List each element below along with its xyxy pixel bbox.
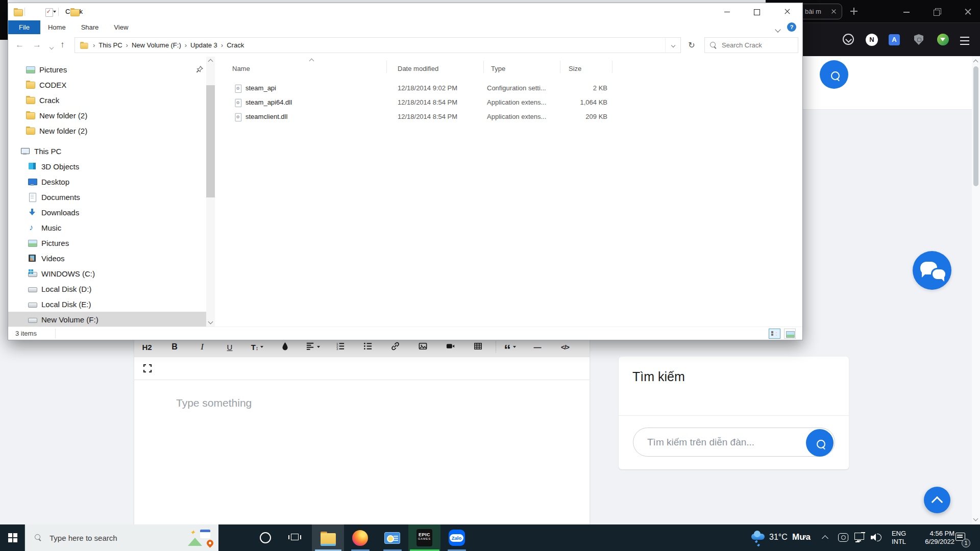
- sidebar-item-downloads[interactable]: Downloads: [8, 205, 206, 220]
- volume-icon[interactable]: [871, 532, 883, 542]
- maximize-button[interactable]: [742, 3, 771, 20]
- column-separator[interactable]: [560, 61, 560, 73]
- column-separator[interactable]: [612, 61, 612, 73]
- address-bar[interactable]: ›This PC›New Volume (F:)›Update 3›Crack: [75, 37, 681, 53]
- forward-icon[interactable]: →: [33, 40, 41, 50]
- editor-horizontal-rule-button[interactable]: —: [530, 339, 545, 355]
- taskbar-app-zalo[interactable]: Zalo: [440, 524, 473, 551]
- translate-icon[interactable]: [889, 34, 900, 45]
- sidebar-item-windows-c[interactable]: WINDOWS (C:): [8, 266, 206, 281]
- column-header-size[interactable]: Size: [569, 65, 581, 72]
- refresh-icon[interactable]: ↻: [683, 37, 700, 53]
- meet-now-icon[interactable]: [838, 533, 848, 542]
- address-dropdown-icon[interactable]: [665, 38, 680, 53]
- task-view-icon[interactable]: [291, 534, 299, 540]
- sidebar-item-videos[interactable]: Videos: [8, 251, 206, 266]
- menu-share[interactable]: Share: [74, 20, 107, 34]
- minimize-button[interactable]: [713, 3, 741, 20]
- menu-home[interactable]: Home: [40, 20, 74, 34]
- thumbnails-view-button[interactable]: [784, 329, 796, 339]
- sidebar-item-new-folder-2[interactable]: New folder (2): [8, 108, 206, 123]
- taskbar-app-firefox[interactable]: [344, 524, 376, 551]
- browser-minimize-button[interactable]: [899, 7, 915, 17]
- scrollbar-thumb[interactable]: [973, 66, 978, 186]
- weather-temp[interactable]: 31°C: [769, 533, 788, 542]
- sidebar-item-codex[interactable]: CODEX: [8, 77, 206, 92]
- account-icon[interactable]: [866, 34, 878, 46]
- sidebar-item-documents[interactable]: Documents: [8, 189, 206, 205]
- column-header-date-modified[interactable]: Date modified: [398, 65, 438, 72]
- editor-video-button[interactable]: [443, 339, 458, 355]
- editor-table-button[interactable]: [470, 339, 485, 355]
- editor-text-size-button[interactable]: T↕: [250, 339, 265, 355]
- sidebar-item-pictures[interactable]: Pictures: [8, 62, 206, 77]
- clock[interactable]: 4:56 PM 6/29/2022: [915, 530, 954, 546]
- details-view-button[interactable]: [769, 329, 780, 339]
- browser-close-button[interactable]: [961, 7, 976, 17]
- sidebar-item-desktop[interactable]: Desktop: [8, 174, 206, 189]
- taskbar-search[interactable]: ✦: [24, 524, 218, 551]
- back-icon[interactable]: ←: [15, 40, 24, 50]
- sidebar-item-music[interactable]: Music: [8, 220, 206, 235]
- editor-ordered-list-button[interactable]: 123: [332, 339, 348, 355]
- editor-text-color-button[interactable]: [277, 339, 292, 355]
- editor-link-button[interactable]: [387, 339, 403, 355]
- scroll-down-icon[interactable]: [208, 319, 213, 324]
- table-row[interactable]: steam_api12/18/2014 9:02 PMConfiguration…: [215, 81, 802, 95]
- explorer-search-input[interactable]: [722, 41, 788, 49]
- start-button[interactable]: [8, 533, 12, 537]
- sidebar-item-pictures[interactable]: Pictures: [8, 235, 206, 251]
- recent-locations-icon[interactable]: [50, 43, 53, 51]
- sidebar-item-local-disk-e[interactable]: Local Disk (E:): [8, 296, 206, 312]
- editor-unordered-list-button[interactable]: [360, 339, 375, 355]
- search-highlights-icon[interactable]: ✦: [187, 529, 214, 547]
- table-row[interactable]: steamclient.dll12/18/2014 8:54 PMApplica…: [215, 110, 802, 124]
- editor-underline-button[interactable]: U: [222, 339, 237, 355]
- taskbar-app-file-explorer[interactable]: [312, 524, 344, 551]
- breadcrumb-item[interactable]: New Volume (F:): [132, 41, 181, 49]
- taskbar-search-input[interactable]: [50, 534, 162, 542]
- sidebar-item-crack[interactable]: Crack: [8, 92, 206, 108]
- browser-restore-button[interactable]: [930, 7, 945, 17]
- assistant-icon[interactable]: [260, 532, 271, 543]
- editor-heading-button[interactable]: H2: [139, 339, 155, 355]
- editor-italic-button[interactable]: I: [194, 339, 210, 355]
- column-separator[interactable]: [386, 61, 387, 73]
- new-tab-icon[interactable]: [850, 8, 857, 15]
- pocket-icon[interactable]: [843, 34, 854, 45]
- sidebar-item-new-folder-2[interactable]: New folder (2): [8, 123, 206, 138]
- page-scrollbar[interactable]: [972, 56, 980, 524]
- sidebar-item-local-disk-d[interactable]: Local Disk (D:): [8, 281, 206, 296]
- editor-code-button[interactable]: </>: [557, 339, 573, 355]
- weather-icon[interactable]: [750, 531, 766, 541]
- menu-file[interactable]: File: [8, 20, 40, 34]
- tray-expand-icon[interactable]: [822, 535, 828, 542]
- editor-placeholder[interactable]: Type something: [176, 397, 252, 409]
- ribbon-collapse-icon[interactable]: [776, 26, 780, 33]
- scroll-up-icon[interactable]: [973, 60, 978, 65]
- forum-search-button[interactable]: [806, 429, 834, 457]
- close-button[interactable]: [773, 3, 801, 20]
- breadcrumb-item[interactable]: Update 3: [190, 41, 217, 49]
- sidebar-scrollbar[interactable]: [206, 57, 215, 327]
- sidebar-item-3d-objects[interactable]: 3D Objects: [8, 159, 206, 174]
- breadcrumb-item[interactable]: Crack: [227, 41, 244, 49]
- column-header-type[interactable]: Type: [491, 65, 505, 72]
- explorer-search-box[interactable]: [704, 37, 798, 53]
- table-row[interactable]: steam_api64.dll12/18/2014 8:54 PMApplica…: [215, 95, 802, 110]
- fullscreen-icon[interactable]: [142, 363, 153, 375]
- menu-view[interactable]: View: [106, 20, 136, 34]
- qat-properties-icon[interactable]: [44, 8, 54, 17]
- forum-search-input[interactable]: [647, 437, 795, 448]
- chat-fab[interactable]: [913, 251, 951, 290]
- editor-bold-button[interactable]: B: [167, 339, 182, 355]
- weather-condition[interactable]: Mưa: [792, 532, 811, 542]
- qat-customize-icon[interactable]: [53, 11, 56, 13]
- help-icon[interactable]: [787, 22, 796, 32]
- column-separator[interactable]: [483, 61, 484, 73]
- title-bar[interactable]: Crack: [8, 3, 802, 20]
- up-icon[interactable]: ↑: [60, 40, 65, 50]
- network-icon[interactable]: [854, 533, 864, 540]
- tab-close-icon[interactable]: [830, 8, 837, 15]
- breadcrumb-item[interactable]: This PC: [99, 41, 122, 49]
